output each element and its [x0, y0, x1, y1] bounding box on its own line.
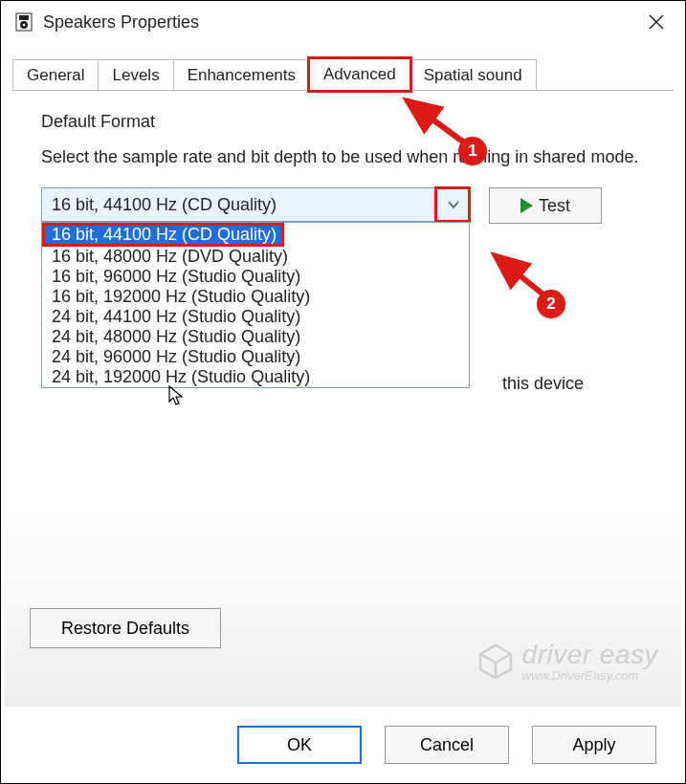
- annotation-badge-1: 1: [458, 137, 487, 165]
- default-format-label: Default Format: [41, 112, 656, 132]
- svg-rect-1: [19, 15, 29, 20]
- cancel-button[interactable]: Cancel: [385, 726, 509, 764]
- window-title: Speakers Properties: [43, 12, 199, 33]
- close-button[interactable]: [628, 1, 685, 43]
- speaker-icon: [14, 12, 33, 32]
- watermark: driver easy www.DriverEasy.com: [476, 640, 658, 683]
- watermark-url: www.DriverEasy.com: [522, 668, 658, 683]
- cube-icon: [476, 642, 515, 681]
- tab-strip: General Levels Enhancements Advanced Spa…: [12, 54, 674, 91]
- combo-selected-value: 16 bit, 44100 Hz (CD Quality): [42, 195, 436, 215]
- combo-dropdown-button[interactable]: [436, 188, 469, 221]
- default-format-combo[interactable]: 16 bit, 44100 Hz (CD Quality) 16 bit, 44…: [41, 187, 470, 222]
- test-button[interactable]: Test: [489, 187, 602, 224]
- restore-defaults-button[interactable]: Restore Defaults: [30, 608, 221, 648]
- advanced-pane: Default Format Select the sample rate an…: [1, 91, 685, 626]
- test-button-label: Test: [539, 196, 570, 216]
- combo-dropdown-list: 16 bit, 44100 Hz (CD Quality) 16 bit, 48…: [41, 222, 470, 388]
- default-format-help: Select the sample rate and bit depth to …: [41, 145, 656, 168]
- apply-button[interactable]: Apply: [532, 726, 656, 764]
- title-bar: Speakers Properties: [1, 1, 685, 43]
- dialog-button-bar: OK Cancel Apply: [1, 726, 685, 764]
- mouse-cursor-icon: [168, 385, 186, 411]
- tab-levels[interactable]: Levels: [98, 59, 173, 91]
- svg-line-6: [407, 100, 464, 142]
- tab-enhancements[interactable]: Enhancements: [173, 59, 310, 91]
- ok-button[interactable]: OK: [237, 726, 362, 764]
- combo-option[interactable]: 16 bit, 44100 Hz (CD Quality): [42, 223, 284, 247]
- exclusive-mode-text-fragment: this device: [502, 374, 584, 394]
- watermark-title: driver easy: [522, 640, 658, 670]
- tab-spatial-sound[interactable]: Spatial sound: [409, 59, 537, 91]
- tab-advanced[interactable]: Advanced: [309, 58, 410, 91]
- svg-line-7: [495, 255, 544, 295]
- play-icon: [520, 198, 533, 213]
- svg-point-3: [23, 24, 26, 27]
- annotation-badge-2: 2: [537, 290, 565, 318]
- tab-general[interactable]: General: [12, 59, 99, 91]
